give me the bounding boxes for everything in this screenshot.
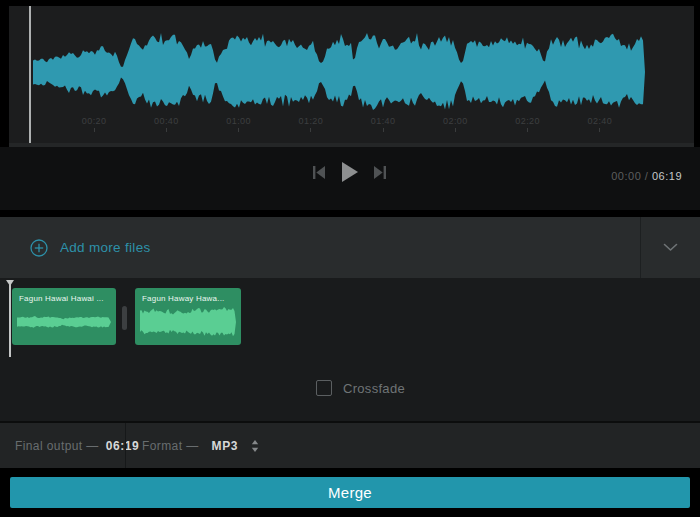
playback-controls-bar: 00:00 / 06:19 (0, 147, 700, 210)
clip-junction-handle[interactable] (122, 306, 127, 330)
skip-to-end-button[interactable] (373, 165, 387, 180)
ruler-tick (94, 128, 95, 132)
format-label: Format — (142, 439, 199, 453)
info-bar-divider (125, 423, 126, 468)
ruler-tick (238, 128, 239, 132)
timeline-playhead[interactable] (9, 280, 11, 357)
ruler-label: 01:40 (371, 116, 396, 126)
format-stepper-icon[interactable] (251, 439, 259, 453)
crossfade-checkbox[interactable] (316, 380, 332, 396)
audio-joiner-app: 00:20 00:40 01:00 01:20 01:40 02:00 02:2… (0, 0, 700, 517)
ruler-tick (455, 128, 456, 132)
skip-to-start-button[interactable] (312, 165, 326, 180)
crossfade-label: Crossfade (343, 381, 405, 396)
ruler-tick (166, 128, 167, 132)
skip-to-end-icon (373, 165, 387, 180)
ruler-label: 02:00 (443, 116, 468, 126)
total-duration: 06:19 (652, 170, 682, 182)
timeline: Fagun Hawai Hawai ... Fagun Haway Hawa..… (0, 278, 700, 421)
merge-area: Merge (0, 468, 700, 517)
audio-clip-1[interactable]: Fagun Hawai Hawai ... (12, 288, 116, 345)
ruler-label: 00:40 (154, 116, 179, 126)
format-select[interactable]: Format — MP3 (142, 423, 259, 468)
add-more-files-row[interactable]: Add more files (0, 217, 700, 278)
ruler-label: 02:40 (588, 116, 613, 126)
output-settings-bar: Final output — 06:19 Format — MP3 (0, 421, 700, 468)
ruler-tick (310, 128, 311, 132)
collapse-panel-button[interactable] (641, 217, 700, 278)
time-separator: / (645, 170, 649, 182)
clip-waveform (12, 288, 116, 345)
ruler-label: 00:20 (82, 116, 107, 126)
ruler-label: 01:20 (299, 116, 324, 126)
final-output-label: Final output — (15, 439, 99, 453)
ruler-label: 01:00 (226, 116, 251, 126)
waveform-panel[interactable]: 00:20 00:40 01:00 01:20 01:40 02:00 02:2… (9, 6, 694, 147)
clip-waveform (135, 288, 241, 345)
format-value: MP3 (212, 439, 238, 453)
time-display: 00:00 / 06:19 (611, 170, 682, 182)
chevron-down-icon (663, 243, 678, 252)
plus-circle-icon (30, 239, 48, 257)
playhead[interactable] (29, 6, 31, 147)
ruler-tick (383, 128, 384, 132)
ruler-label: 02:20 (515, 116, 540, 126)
elapsed-time: 00:00 (611, 170, 641, 182)
transport-controls (312, 162, 387, 182)
add-more-files-label: Add more files (60, 240, 151, 255)
time-ruler: 00:20 00:40 01:00 01:20 01:40 02:00 02:2… (58, 116, 636, 142)
final-output-value: 06:19 (106, 439, 140, 453)
play-button[interactable] (341, 162, 358, 182)
skip-to-start-icon (312, 165, 326, 180)
ruler-tick (527, 128, 528, 132)
final-output-info: Final output — 06:19 (15, 423, 139, 468)
merge-button[interactable]: Merge (10, 477, 690, 508)
ruler-tick (599, 128, 600, 132)
crossfade-toggle[interactable]: Crossfade (316, 380, 405, 396)
play-icon (341, 162, 358, 182)
audio-clip-2[interactable]: Fagun Haway Hawa... (135, 288, 241, 345)
